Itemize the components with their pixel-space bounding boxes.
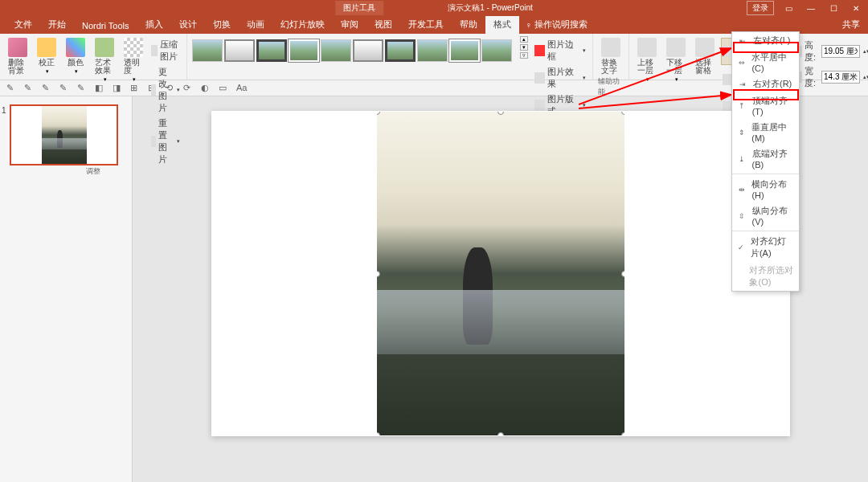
align-top-icon: ⤒ [737, 101, 747, 111]
align-hcenter-icon: ⇔ [737, 58, 747, 67]
menu-view[interactable]: 视图 [366, 15, 400, 34]
check-icon: ✓ [737, 243, 746, 252]
menu-dev[interactable]: 开发工具 [400, 15, 452, 34]
style-thumb[interactable] [256, 39, 287, 62]
menu-design[interactable]: 设计 [171, 15, 205, 34]
remove-background-button[interactable]: 删除背景 [5, 36, 31, 76]
picture-border-button[interactable]: 图片边框▾ [533, 38, 588, 63]
corrections-button[interactable]: 校正▾ [34, 36, 59, 76]
align-top-item[interactable]: ⤒顶端对齐(T) [732, 92, 799, 119]
width-input[interactable] [821, 71, 860, 84]
border-icon [534, 45, 545, 56]
tell-me-search[interactable]: ♀操作说明搜索 [519, 15, 594, 34]
width-label: 宽度: [805, 65, 819, 89]
height-input[interactable] [821, 45, 860, 58]
style-thumb[interactable] [321, 39, 351, 62]
align-bottom-icon: ⤓ [737, 154, 747, 164]
menu-format[interactable]: 格式 [485, 15, 519, 34]
slide-thumbnail-panel: 1 [0, 96, 133, 482]
align-right-item[interactable]: ⇥右对齐(R) [732, 76, 799, 92]
align-h-center-item[interactable]: ⇔水平居中(C) [732, 49, 799, 76]
dist-h-icon: ⇹ [737, 185, 747, 194]
height-label: 高度: [805, 39, 819, 63]
title-bar: 图片工具 演示文稿1 - PowerPoint 登录 ▭ — ☐ ✕ [0, 0, 868, 16]
change-picture-icon [151, 84, 156, 96]
align-dropdown-menu: ⇤左对齐(L) ⇔水平居中(C) ⇥右对齐(R) ⤒顶端对齐(T) ⇕垂直居中(… [731, 31, 800, 292]
menu-review[interactable]: 审阅 [333, 15, 366, 34]
style-thumb[interactable] [417, 39, 448, 62]
artistic-icon [95, 38, 114, 57]
style-thumb[interactable] [385, 39, 416, 62]
transparency-button[interactable]: 透明度▾ [121, 36, 146, 84]
align-left-icon: ⇤ [737, 36, 748, 46]
style-thumb[interactable] [353, 39, 383, 62]
resize-handle[interactable] [377, 271, 380, 277]
login-button[interactable]: 登录 [747, 1, 774, 15]
align-v-center-item[interactable]: ⇕垂直居中(M) [732, 119, 799, 145]
gallery-up-icon[interactable]: ▴ [520, 36, 528, 43]
resize-handle[interactable] [377, 432, 380, 435]
slide-thumbnail[interactable] [10, 104, 118, 165]
picture-styles-gallery[interactable] [192, 36, 515, 62]
artistic-effects-button[interactable]: 艺术效果▾ [92, 36, 117, 84]
gallery-more-icon[interactable]: ▿ [520, 52, 528, 59]
align-bottom-item[interactable]: ⤓底端对齐(B) [732, 145, 799, 172]
style-thumb[interactable] [481, 39, 512, 62]
corrections-icon [37, 38, 56, 57]
color-icon [66, 38, 85, 57]
resize-handle[interactable] [497, 112, 504, 115]
menu-transition[interactable]: 切换 [205, 15, 239, 34]
selected-image[interactable] [377, 112, 624, 435]
menu-help[interactable]: 帮助 [452, 15, 485, 34]
distribute-v-item[interactable]: ⇳纵向分布(V) [732, 202, 799, 229]
ribbon-display-icon[interactable]: ▭ [780, 2, 796, 14]
align-to-slide-item[interactable]: ✓对齐幻灯片(A) [732, 233, 799, 262]
style-thumb[interactable] [224, 39, 255, 62]
menu-insert[interactable]: 插入 [137, 15, 171, 34]
group-label-aux: 辅助功能 [598, 76, 624, 98]
slide[interactable] [211, 111, 790, 436]
resize-handle[interactable] [621, 271, 624, 277]
dist-v-icon: ⇳ [737, 211, 747, 221]
contextual-tab-label: 图片工具 [335, 1, 383, 15]
color-button[interactable]: 颜色▾ [63, 36, 88, 76]
effects-icon [534, 72, 545, 84]
resize-handle[interactable] [621, 432, 624, 435]
alt-text-button[interactable]: 替换文字 [598, 36, 624, 76]
minimize-icon[interactable]: — [803, 2, 819, 14]
lightbulb-icon: ♀ [526, 20, 532, 30]
distribute-h-item[interactable]: ⇹横向分布(H) [732, 176, 799, 202]
style-thumb[interactable] [449, 39, 480, 62]
forward-icon [637, 38, 657, 57]
picture-effects-button[interactable]: 图片效果▾ [533, 65, 588, 91]
align-left-item[interactable]: ⇤左对齐(L) [732, 32, 799, 49]
menu-nordri[interactable]: Nordri Tools [74, 18, 137, 34]
thumbnail-image [42, 106, 87, 164]
compress-pictures-button[interactable]: 压缩图片 [149, 38, 182, 63]
selection-pane-button[interactable]: 选择窗格 [692, 36, 718, 76]
bring-forward-button[interactable]: 上移一层▾ [634, 36, 660, 84]
send-backward-button[interactable]: 下移一层▾ [663, 36, 689, 84]
align-right-icon: ⇥ [737, 80, 748, 89]
remove-bg-icon [8, 38, 27, 57]
align-to-selected-item: 对齐所选对象(O) [732, 262, 799, 291]
close-icon[interactable]: ✕ [848, 2, 864, 14]
slide-number: 1 [2, 106, 6, 115]
resize-handle[interactable] [497, 432, 504, 435]
gallery-down-icon[interactable]: ▾ [520, 44, 528, 51]
align-vcenter-icon: ⇕ [737, 128, 747, 137]
compress-icon [151, 45, 158, 56]
align-icon [723, 46, 731, 57]
style-thumb[interactable] [192, 39, 223, 62]
style-thumb[interactable] [289, 39, 319, 62]
share-button[interactable]: 共享 [834, 15, 868, 34]
menu-file[interactable]: 文件 [6, 15, 40, 34]
resize-handle[interactable] [377, 112, 380, 115]
resize-handle[interactable] [621, 112, 624, 115]
document-title: 演示文稿1 - PowerPoint [448, 2, 533, 14]
maximize-icon[interactable]: ☐ [825, 2, 841, 14]
menu-animation[interactable]: 动画 [239, 15, 272, 34]
backward-icon [666, 38, 686, 57]
menu-start[interactable]: 开始 [40, 15, 74, 34]
menu-slideshow[interactable]: 幻灯片放映 [272, 15, 333, 34]
